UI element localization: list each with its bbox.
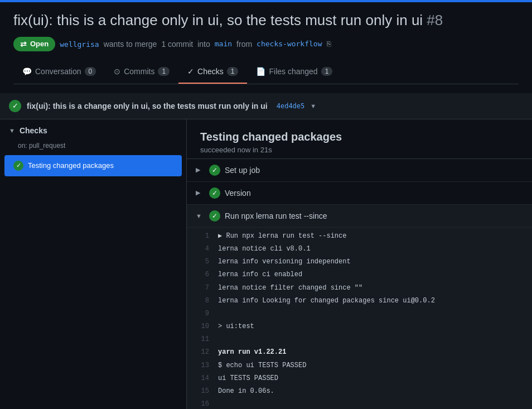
log-line: 13$ echo ui TESTS PASSED [187,359,532,372]
meta-text: wants to merge [104,40,157,49]
commit-count: 1 commit [161,40,193,49]
checks-main: Testing changed packages succeeded now i… [187,119,532,409]
log-line: 10> ui:test [187,320,532,333]
check-item-label: Testing changed packages [28,161,114,170]
log-line-text: lerna info ci enabled [218,270,302,280]
step-chevron-version: ▶ [196,189,205,196]
log-line-number: 10 [196,321,209,332]
step-icon-version: ✓ [209,187,220,199]
log-line: 5lerna info versioning independent [187,256,532,268]
sha-dropdown-icon[interactable]: ▼ [310,103,316,109]
log-line-text: lerna notice cli v8.0.1 [218,244,311,254]
pr-title-text: fix(ui): this is a change only in ui, so… [13,12,423,28]
step-list: ▶ ✓ Set up job ▶ ✓ Version ▼ ✓ Run npx l… [187,159,532,409]
tab-commits-count: 1 [158,67,170,76]
merge-icon: ⇄ [20,40,27,49]
sidebar-item-testing[interactable]: ✓ Testing changed packages [4,155,182,176]
log-line: 1▶ Run npx lerna run test --since [187,230,532,243]
tab-files-label: Files changed [269,67,317,76]
step-icon-run: ✓ [209,210,220,222]
commit-status-icon: ✓ [9,100,21,112]
log-line: 15Done in 0.06s. [187,385,532,398]
conversation-icon: 💬 [22,67,32,76]
log-line: 7lerna notice filter changed since "" [187,282,532,295]
log-line-number: 13 [196,360,209,371]
step-label-setup: Set up job [225,166,260,175]
copy-icon[interactable]: ⎘ [327,40,331,48]
log-line-number: 11 [196,334,209,345]
author-name: wellgrisa [60,40,99,49]
log-line-text: Done in 0.06s. [218,386,274,397]
log-line-number: 15 [196,386,209,397]
files-icon: 📄 [256,67,265,76]
checks-layout: ▼ Checks on: pull_request ✓ Testing chan… [0,119,532,409]
step-chevron-setup: ▶ [196,166,205,174]
log-line-number: 6 [196,270,209,280]
page-content: fix(ui): this is a change only in ui, so… [0,2,532,93]
check-run-header: Testing changed packages succeeded now i… [187,119,532,159]
log-area: 1▶ Run npx lerna run test --since4lerna … [187,228,532,409]
tab-checks[interactable]: ✓ Checks 1 [178,60,247,84]
tab-files-count: 1 [321,67,333,76]
log-line-number: 5 [196,257,209,267]
step-version[interactable]: ▶ ✓ Version [187,182,532,205]
log-line-text: lerna info versioning independent [218,257,351,267]
checks-group-header[interactable]: ▼ Checks [0,119,186,142]
step-chevron-run: ▼ [196,213,205,219]
log-line-text: ▶ Run npx lerna run test --since [218,231,346,242]
log-line-text: $ echo ui TESTS PASSED [218,360,306,371]
commit-status-bar: ✓ fix(ui): this is a change only in ui, … [0,93,532,119]
head-branch-link[interactable]: checks-workflow [257,40,322,48]
log-line-text: yarn run v1.22.21 [218,347,286,358]
base-branch-link[interactable]: main [215,40,232,48]
tab-checks-count: 1 [227,67,239,76]
step-setup-job[interactable]: ▶ ✓ Set up job [187,159,532,182]
step-label-run: Run npx lerna run test --since [225,211,327,220]
log-line: 4lerna notice cli v8.0.1 [187,243,532,256]
checks-group-label: Checks [20,126,47,135]
log-line: 9 [187,307,532,320]
log-line-text: > ui:test [218,321,254,332]
tab-conversation-label: Conversation [35,67,81,76]
log-line-number: 16 [196,399,209,409]
pr-number: #8 [427,12,443,28]
commits-icon: ⊙ [114,67,120,76]
into-text: into [197,40,210,49]
group-chevron: ▼ [9,127,15,134]
check-run-title: Testing changed packages [200,131,519,143]
log-line: 11 [187,333,532,346]
step-icon-setup: ✓ [209,165,220,176]
check-item-icon: ✓ [13,161,23,171]
author-link[interactable]: wellgrisa [60,40,99,49]
log-line-number: 12 [196,347,209,358]
log-line-text: lerna notice filter changed since "" [218,283,362,293]
log-line-number: 1 [196,231,209,242]
open-badge: ⇄ Open [13,37,55,51]
log-line: 6lerna info ci enabled [187,268,532,281]
log-line-number: 7 [196,283,209,293]
checks-icon: ✓ [187,67,194,76]
check-run-subtitle: succeeded now in 21s [200,146,519,154]
log-line-number: 14 [196,373,209,384]
log-line: 12yarn run v1.22.21 [187,346,532,359]
log-line-text: lerna info Looking for changed packages … [218,296,435,306]
tab-commits[interactable]: ⊙ Commits 1 [105,60,178,84]
step-run-npx[interactable]: ▼ ✓ Run npx lerna run test --since [187,205,532,228]
log-line: 16 [187,398,532,409]
log-line: 8lerna info Looking for changed packages… [187,295,532,307]
pr-title: fix(ui): this is a change only in ui, so… [13,11,519,30]
tab-files[interactable]: 📄 Files changed 1 [247,60,341,84]
checks-on-label: on: pull_request [0,142,186,154]
commit-sha[interactable]: 4ed4de5 [277,102,305,110]
step-label-version: Version [225,189,251,198]
log-line: 14ui TESTS PASSED [187,372,532,385]
pr-meta: ⇄ Open wellgrisa wants to merge 1 commit… [13,37,519,51]
log-line-number: 4 [196,244,209,254]
log-line-number: 8 [196,296,209,306]
log-line-number: 9 [196,309,209,319]
tab-checks-label: Checks [197,67,224,76]
tab-conversation[interactable]: 💬 Conversation 0 [13,60,105,84]
log-line-text: ui TESTS PASSED [218,373,278,384]
checks-sidebar: ▼ Checks on: pull_request ✓ Testing chan… [0,119,187,409]
tab-conversation-count: 0 [85,67,96,76]
